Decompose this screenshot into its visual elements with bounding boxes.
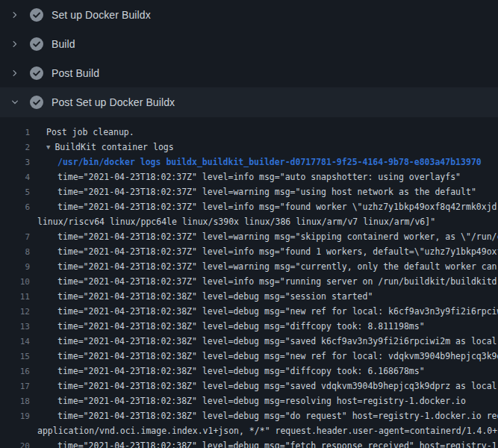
log-text: time="2021-04-23T18:02:37Z" level=warnin… [57,187,476,197]
line-number[interactable]: 20 [0,441,30,448]
step-label: Post Build [52,67,99,79]
log-text: /usr/bin/docker logs buildx_buildkit_bui… [57,157,482,167]
log-line: 2 ▼BuildKit container logs [0,140,498,155]
log-text: application/vnd.oci.image.index.v1+json,… [37,426,498,436]
log-line: 16 time="2021-04-23T18:02:38Z" level=deb… [0,364,498,379]
log-line: 7 time="2021-04-23T18:02:37Z" level=warn… [0,229,498,244]
log-text: time="2021-04-23T18:02:37Z" level=info m… [57,202,497,212]
success-check-circle-icon [30,37,43,51]
step-label: Set up Docker Buildx [52,9,151,21]
log-line: 15 time="2021-04-23T18:02:38Z" level=deb… [0,349,498,364]
log-line: linux/riscv64 linux/ppc64le linux/s390x … [0,214,498,229]
line-number[interactable]: 5 [0,187,30,197]
log-line: 3 /usr/bin/docker logs buildx_buildkit_b… [0,155,498,169]
line-number[interactable]: 11 [0,292,30,302]
line-number[interactable]: 3 [0,158,30,167]
log-line: 14 time="2021-04-23T18:02:38Z" level=deb… [0,334,498,349]
log-text: time="2021-04-23T18:02:38Z" level=debug … [57,396,466,406]
step-log-viewer: 1 Post job cleanup. 2 ▼BuildKit containe… [0,117,498,448]
log-text: time="2021-04-23T18:02:38Z" level=debug … [57,351,498,361]
step-label: Build [52,38,75,50]
log-line: 18 time="2021-04-23T18:02:38Z" level=deb… [0,393,498,408]
line-number[interactable]: 2 [0,143,30,152]
log-line: 8 time="2021-04-23T18:02:37Z" level=info… [0,244,498,259]
log-text: time="2021-04-23T18:02:38Z" level=debug … [57,441,498,448]
line-number[interactable]: 18 [0,396,30,406]
line-number[interactable]: 8 [0,247,30,257]
log-line: application/vnd.oci.image.index.v1+json,… [0,423,498,438]
line-number[interactable]: 6 [0,202,30,212]
log-text: time="2021-04-23T18:02:38Z" level=debug … [57,411,498,421]
log-line: 6 time="2021-04-23T18:02:37Z" level=info… [0,199,498,214]
success-check-circle-icon [30,96,43,109]
log-line: 20 time="2021-04-23T18:02:38Z" level=deb… [0,438,498,448]
log-text: Post job cleanup. [46,127,134,137]
log-text: time="2021-04-23T18:02:37Z" level=warnin… [57,231,498,242]
log-text: linux/riscv64 linux/ppc64le linux/s390x … [37,217,435,227]
line-number[interactable]: 16 [0,367,30,376]
line-number[interactable]: 14 [0,337,30,346]
log-line: 12 time="2021-04-23T18:02:38Z" level=deb… [0,304,498,319]
log-text: time="2021-04-23T18:02:38Z" level=debug … [57,291,373,302]
line-number[interactable]: 17 [0,382,30,391]
log-text: time="2021-04-23T18:02:37Z" level=info m… [57,246,498,257]
log-text: time="2021-04-23T18:02:38Z" level=debug … [57,306,498,317]
log-line: 5 time="2021-04-23T18:02:37Z" level=warn… [0,184,498,199]
log-text: time="2021-04-23T18:02:38Z" level=debug … [57,336,498,346]
log-line: 4 time="2021-04-23T18:02:37Z" level=info… [0,169,498,184]
line-number[interactable]: 12 [0,307,30,317]
group-collapse-triangle-icon[interactable]: ▼ [46,143,50,151]
chevron-right-icon [9,67,21,79]
log-line: 17 time="2021-04-23T18:02:38Z" level=deb… [0,379,498,393]
line-number[interactable]: 4 [0,172,30,182]
log-text: time="2021-04-23T18:02:38Z" level=debug … [57,366,425,376]
log-text: time="2021-04-23T18:02:37Z" level=info m… [57,276,498,287]
chevron-down-icon [9,96,21,108]
step-label: Post Set up Docker Buildx [52,96,175,108]
step-row-post-build[interactable]: Post Build [0,58,498,87]
line-number[interactable]: 9 [0,262,30,272]
log-text: time="2021-04-23T18:02:37Z" level=info m… [57,172,461,182]
log-line: 19 time="2021-04-23T18:02:38Z" level=deb… [0,408,498,423]
log-line: 13 time="2021-04-23T18:02:38Z" level=deb… [0,319,498,334]
step-row-build[interactable]: Build [0,29,498,58]
log-text: time="2021-04-23T18:02:37Z" level=warnin… [57,261,498,272]
chevron-right-icon [9,38,21,50]
log-text: time="2021-04-23T18:02:38Z" level=debug … [57,321,425,332]
success-check-circle-icon [30,66,43,80]
line-number[interactable]: 7 [0,232,30,242]
log-line: 1 Post job cleanup. [0,125,498,140]
log-line: 10 time="2021-04-23T18:02:37Z" level=inf… [0,274,498,289]
line-number[interactable]: 13 [0,322,30,332]
step-row-post-set-up-docker-buildx[interactable]: Post Set up Docker Buildx [0,87,498,117]
success-check-circle-icon [30,8,43,22]
line-number[interactable]: 1 [0,128,30,137]
job-steps-list: Set up Docker Buildx Build Post Build [0,0,498,117]
step-row-set-up-docker-buildx[interactable]: Set up Docker Buildx [0,0,498,29]
line-number[interactable]: 15 [0,352,30,361]
log-group-label[interactable]: BuildKit container logs [55,142,173,152]
log-text: time="2021-04-23T18:02:38Z" level=debug … [57,381,498,391]
line-number[interactable]: 19 [0,411,30,421]
log-line: 11 time="2021-04-23T18:02:38Z" level=deb… [0,289,498,304]
log-line: 9 time="2021-04-23T18:02:37Z" level=warn… [0,259,498,274]
chevron-right-icon [9,9,21,21]
line-number[interactable]: 10 [0,277,30,287]
log-group-toggle[interactable]: ▼BuildKit container logs [46,142,174,152]
